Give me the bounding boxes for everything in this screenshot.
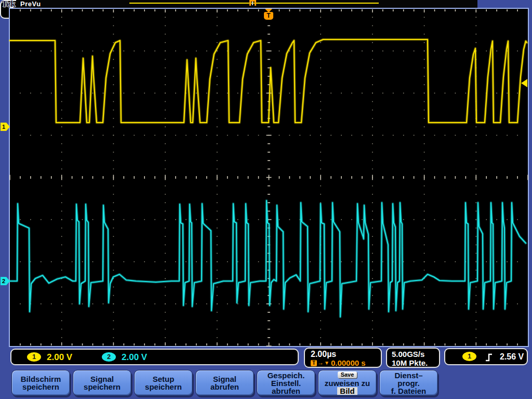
arrow-right-icon: →	[317, 358, 324, 367]
acquisition-readout: 5.00GS/s 10M Pkte.	[386, 348, 440, 368]
button-label: f. Dateien	[391, 387, 427, 395]
trigger-readout: 1 2.56 V	[444, 348, 528, 365]
rising-edge-icon	[485, 353, 493, 362]
ch2-scale: 2.00 V	[122, 352, 147, 363]
button-label: abrufen	[272, 387, 300, 395]
button-label: Bildschirm	[21, 375, 61, 383]
softkey-recall-waveform[interactable]: Signal abrufen	[195, 370, 254, 396]
trigger-position-readout: T → ▼ 0.00000 s	[311, 358, 381, 367]
trigger-position-flag: T	[264, 12, 273, 20]
softkey-assign-save-to-image[interactable]: Save zuweisen zu Bild	[318, 370, 377, 396]
record-trigger-stem	[252, 2, 253, 5]
softkey-recall-setup[interactable]: Gespeich. Einstell. abrufen	[257, 370, 315, 396]
button-label: speichern	[22, 383, 59, 391]
softkey-file-utilities[interactable]: Dienst– progr. f. Dateien	[379, 370, 438, 396]
ch1-badge: 1	[27, 352, 41, 362]
ch2-badge: 2	[102, 352, 116, 362]
button-label: abrufen	[210, 383, 239, 391]
button-label: Setup	[153, 375, 175, 383]
trigger-level-value: 2.56 V	[500, 352, 524, 362]
button-label-highlighted: Bild	[337, 387, 357, 395]
oscilloscope-screen: { "header": { "logo": "Tek", "acq_mode":…	[0, 0, 532, 399]
button-label: Gespeich.	[268, 371, 305, 379]
tek-logo: Tek	[2, 0, 17, 8]
button-label: Signal	[90, 375, 114, 383]
record-length: 10M Pkte.	[392, 358, 439, 367]
timebase-scale: 2.00µs	[311, 350, 381, 358]
waveform-display	[9, 8, 529, 347]
softkey-save-setup[interactable]: Setup speichern	[134, 370, 193, 396]
record-trigger-position-icon	[249, 0, 256, 6]
button-label: speichern	[84, 383, 121, 391]
button-label: progr.	[397, 379, 420, 387]
acquisition-mode-label: PreVu	[20, 0, 41, 8]
button-label: zuweisen zu	[325, 379, 370, 387]
softkey-save-screen[interactable]: Bildschirm speichern	[11, 370, 70, 396]
trigger-t-icon: T	[311, 360, 317, 366]
sample-rate: 5.00GS/s	[392, 350, 439, 358]
button-label: Einstell.	[271, 379, 301, 387]
button-label: Signal	[213, 375, 236, 383]
channel-scale-readout: 1 2.00 V 2 2.00 V	[10, 349, 299, 365]
trigger-position-value: 0.00000 s	[331, 358, 366, 367]
save-key-badge: Save	[338, 371, 357, 378]
triangle-down-icon: ▼	[324, 358, 329, 367]
ch1-scale: 2.00 V	[47, 352, 72, 363]
button-label: speichern	[145, 383, 182, 391]
top-status-bar: PreVu	[16, 0, 477, 8]
softkey-save-waveform[interactable]: Signal speichern	[73, 370, 131, 396]
trigger-source-badge: 1	[462, 352, 476, 361]
horizontal-readout: 2.00µs T → ▼ 0.00000 s	[304, 348, 382, 368]
button-label: Dienst–	[394, 371, 422, 379]
